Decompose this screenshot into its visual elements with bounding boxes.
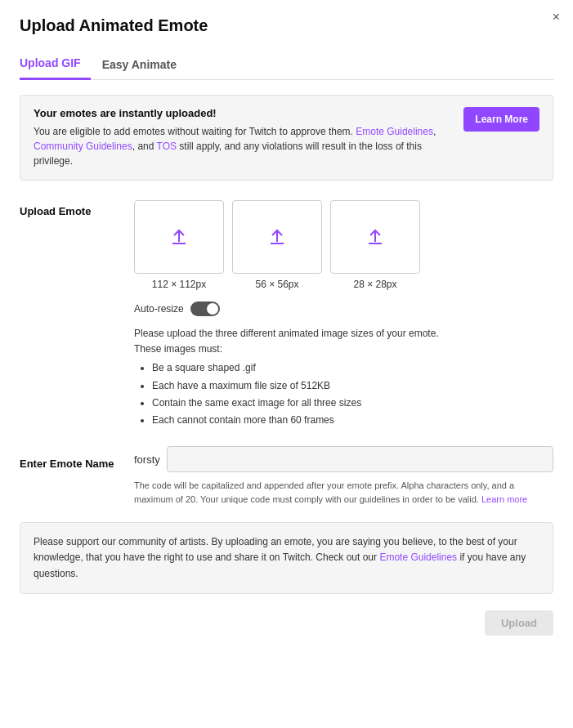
- emote-box-wrapper-0: 112 × 112px: [134, 200, 224, 290]
- info-banner-text: Your emotes are instantly uploaded! You …: [34, 107, 450, 168]
- auto-resize-label: Auto-resize: [134, 303, 184, 315]
- enter-emote-name-section: Enter Emote Name forsty The code will be…: [20, 446, 553, 506]
- footer-row: Upload: [20, 610, 553, 636]
- toggle-knob: [207, 303, 218, 315]
- upload-emote-section: Upload Emote 112 × 112px: [20, 200, 553, 430]
- tab-easy-animate[interactable]: Easy Animate: [102, 51, 186, 79]
- learn-more-name-link[interactable]: Learn more: [481, 494, 527, 504]
- enter-name-content: forsty The code will be capitalized and …: [134, 446, 553, 506]
- emote-size-label-1: 56 × 56px: [255, 279, 298, 290]
- upload-arrow-icon-1: [269, 227, 285, 247]
- upload-emote-label: Upload Emote: [20, 205, 134, 217]
- info-banner-description: You are eligible to add emotes without w…: [34, 124, 450, 168]
- emote-name-input[interactable]: [167, 446, 553, 472]
- auto-resize-toggle[interactable]: [190, 301, 220, 316]
- bullet-2: Contain the same exact image for all thr…: [152, 395, 553, 411]
- close-button[interactable]: ×: [553, 10, 560, 25]
- upload-arrow-icon-2: [367, 227, 383, 247]
- tab-upload-gif[interactable]: Upload GIF: [20, 50, 91, 80]
- learn-more-button[interactable]: Learn More: [463, 107, 539, 132]
- bullet-0: Be a square shaped .gif: [152, 360, 553, 376]
- upload-arrow-icon-0: [171, 227, 187, 247]
- emote-name-hint: The code will be capitalized and appende…: [134, 479, 553, 506]
- emote-box-wrapper-1: 56 × 56px: [232, 200, 322, 290]
- tabs-container: Upload GIF Easy Animate: [20, 50, 553, 80]
- emote-upload-boxes: 112 × 112px 56 × 56px: [134, 200, 553, 290]
- modal-container: × Upload Animated Emote Upload GIF Easy …: [0, 0, 573, 728]
- emote-prefix: forsty: [134, 453, 160, 466]
- bullet-3: Each cannot contain more than 60 frames: [152, 413, 553, 428]
- upload-bullets: Be a square shaped .gif Each have a maxi…: [134, 360, 553, 428]
- modal-title: Upload Animated Emote: [20, 16, 553, 35]
- emote-size-label-2: 28 × 28px: [353, 279, 396, 290]
- emote-upload-box-1[interactable]: [232, 200, 322, 274]
- tos-link[interactable]: TOS: [157, 141, 177, 152]
- upload-emote-content: 112 × 112px 56 × 56px: [134, 200, 553, 430]
- community-guidelines-link[interactable]: Community Guidelines: [34, 141, 132, 152]
- upload-instructions: Please upload the three different animat…: [134, 326, 553, 428]
- emote-guidelines-link[interactable]: Emote Guidelines: [356, 126, 433, 137]
- emote-size-label-0: 112 × 112px: [152, 279, 206, 290]
- emote-upload-box-2[interactable]: [330, 200, 420, 274]
- community-emote-guidelines-link[interactable]: Emote Guidelines: [379, 552, 457, 563]
- upload-button[interactable]: Upload: [485, 610, 553, 636]
- info-banner: Your emotes are instantly uploaded! You …: [20, 95, 553, 181]
- enter-emote-name-label: Enter Emote Name: [20, 451, 134, 470]
- bullet-1: Each have a maximum file size of 512KB: [152, 378, 553, 394]
- auto-resize-row: Auto-resize: [134, 301, 553, 316]
- community-banner: Please support our community of artists.…: [20, 522, 553, 594]
- emote-name-row: forsty: [134, 446, 553, 472]
- emote-upload-box-0[interactable]: [134, 200, 224, 274]
- emote-box-wrapper-2: 28 × 28px: [330, 200, 420, 290]
- info-banner-title: Your emotes are instantly uploaded!: [34, 107, 450, 119]
